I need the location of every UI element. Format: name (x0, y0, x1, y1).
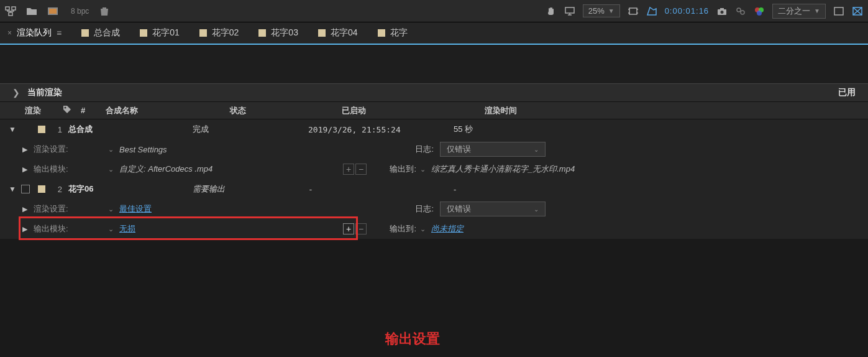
close-icon[interactable]: × (7, 29, 12, 37)
chevron-down-icon[interactable]: ⌄ (420, 165, 431, 174)
chevron-down-icon[interactable]: ⌄ (420, 225, 431, 233)
render-item-row[interactable]: ▼ 1 总合成 完成 2019/3/26, 21:55:24 55 秒 (0, 119, 868, 139)
item-render-time: - (454, 185, 456, 194)
svg-point-11 (741, 11, 744, 14)
comp-icon (318, 29, 326, 37)
channels-icon[interactable] (754, 6, 765, 16)
render-settings-value[interactable]: 最佳设置 (119, 203, 343, 215)
comp-name: 总合成 (68, 124, 193, 135)
minus-button[interactable]: − (355, 164, 367, 175)
tab-label: 花字04 (331, 27, 358, 39)
output-module-value[interactable]: 无损 (119, 223, 343, 234)
output-to-value[interactable]: 综艺真人秀卡通小清新花字_无水印.mp4 (431, 164, 575, 175)
log-label: 日志: (393, 144, 440, 155)
comp-icon (199, 29, 207, 37)
crop-icon[interactable] (628, 6, 639, 16)
log-dropdown[interactable]: 仅错误 ⌄ (440, 142, 546, 157)
svg-rect-6 (629, 8, 637, 14)
svg-point-8 (721, 11, 724, 14)
trash-icon[interactable] (99, 6, 110, 16)
add-remove-buttons: + − (343, 223, 367, 234)
svg-point-10 (737, 8, 741, 12)
label-swatch[interactable] (34, 126, 50, 133)
zoom-dropdown[interactable]: 25% ▼ (583, 4, 620, 17)
item-number: 1 (50, 125, 68, 134)
output-module-label: 输出模块: (34, 223, 108, 234)
pixel-aspect-icon[interactable] (852, 6, 863, 16)
chevron-down-icon[interactable]: ⌄ (108, 146, 119, 154)
link-icon[interactable] (735, 6, 746, 16)
item-number: 2 (50, 185, 68, 194)
tab-menu-icon[interactable]: ≡ (57, 28, 62, 38)
render-settings-label: 渲染设置: (34, 144, 108, 155)
tab-render-queue[interactable]: × 渲染队列 ≡ (6, 25, 63, 41)
folder-icon[interactable] (26, 6, 37, 16)
chevron-down-icon: ▼ (814, 7, 820, 14)
expand-triangle-icon[interactable]: ▶ (22, 205, 34, 213)
render-item-row[interactable]: ▼ 2 花字06 需要输出 - - (0, 179, 868, 199)
tab-comp-2[interactable]: 花字02 (198, 25, 240, 41)
output-module-label: 输出模块: (34, 164, 108, 175)
bpc-label[interactable]: 8 bpc (71, 7, 89, 16)
item-started: 2019/3/26, 21:55:24 (308, 125, 454, 134)
current-render-header[interactable]: ❯ 当前渲染 已用 (0, 83, 868, 102)
svg-rect-0 (6, 7, 9, 10)
current-render-label: 当前渲染 (27, 87, 62, 98)
top-toolbar: 8 bpc 25% ▼ 0:00:01:16 (0, 0, 868, 22)
render-settings-value[interactable]: Best Settings (119, 145, 343, 154)
flowchart-icon[interactable] (5, 6, 16, 16)
tab-label: 花字01 (152, 27, 180, 39)
composition-icon[interactable] (47, 6, 58, 16)
expand-triangle-icon[interactable]: ▶ (22, 165, 34, 174)
add-remove-buttons: + − (343, 164, 367, 175)
log-dropdown[interactable]: 仅错误 ⌄ (440, 202, 546, 216)
output-to-value[interactable]: 尚未指定 (431, 223, 464, 234)
hand-icon[interactable] (546, 6, 557, 16)
tab-comp-3[interactable]: 花字03 (257, 25, 299, 41)
tab-label: 总合成 (94, 27, 120, 39)
expand-triangle-icon[interactable]: ▶ (22, 146, 34, 154)
plus-button[interactable]: + (343, 223, 354, 234)
timecode[interactable]: 0:00:01:16 (665, 6, 709, 16)
svg-rect-4 (49, 9, 57, 14)
render-settings-row: ▶ 渲染设置: ⌄ 最佳设置 日志: 仅错误 ⌄ (0, 199, 868, 219)
label-swatch[interactable] (34, 185, 50, 193)
chevron-down-icon[interactable]: ⌄ (108, 205, 119, 213)
output-module-value[interactable]: 自定义: AfterCodecs .mp4 (119, 164, 343, 175)
chevron-down-icon: ▼ (608, 7, 614, 14)
chevron-right-icon: ❯ (12, 88, 20, 98)
plus-button[interactable]: + (343, 164, 354, 175)
expand-triangle-icon[interactable]: ▼ (9, 185, 17, 193)
chevron-down-icon[interactable]: ⌄ (108, 225, 119, 233)
tab-label: 花字02 (212, 27, 239, 39)
item-status: 完成 (193, 124, 308, 135)
minus-button[interactable]: − (355, 223, 367, 234)
log-label: 日志: (393, 203, 440, 215)
svg-rect-1 (12, 7, 16, 10)
resolution-dropdown[interactable]: 二分之一 ▼ (772, 4, 826, 19)
svg-point-14 (757, 11, 762, 16)
grid-icon[interactable] (833, 6, 844, 16)
tab-comp-1[interactable]: 花字01 (139, 25, 181, 41)
column-headers: 渲染 # 合成名称 状态 已启动 渲染时间 (0, 102, 868, 119)
svg-rect-15 (834, 7, 843, 15)
svg-point-17 (65, 107, 66, 109)
mask-icon[interactable] (646, 6, 657, 16)
chevron-down-icon[interactable]: ⌄ (108, 165, 119, 174)
expand-triangle-icon[interactable]: ▶ (22, 225, 34, 233)
col-num: # (81, 106, 106, 115)
tab-comp-0[interactable]: 总合成 (80, 25, 121, 41)
monitor-icon[interactable] (564, 6, 575, 16)
expand-triangle-icon[interactable]: ▼ (9, 125, 17, 134)
col-comp-name: 合成名称 (106, 105, 230, 116)
output-to-label: 输出到: (373, 164, 420, 175)
tab-comp-5[interactable]: 花字 (377, 25, 409, 41)
elapsed-label: 已用 (838, 87, 856, 98)
comp-name: 花字06 (68, 183, 193, 195)
camera-icon[interactable] (716, 6, 728, 16)
render-checkbox[interactable] (17, 185, 34, 193)
tab-comp-4[interactable]: 花字04 (317, 25, 359, 41)
col-render: 渲染 (25, 105, 62, 116)
item-render-time: 55 秒 (454, 124, 473, 135)
svg-rect-2 (9, 12, 12, 16)
